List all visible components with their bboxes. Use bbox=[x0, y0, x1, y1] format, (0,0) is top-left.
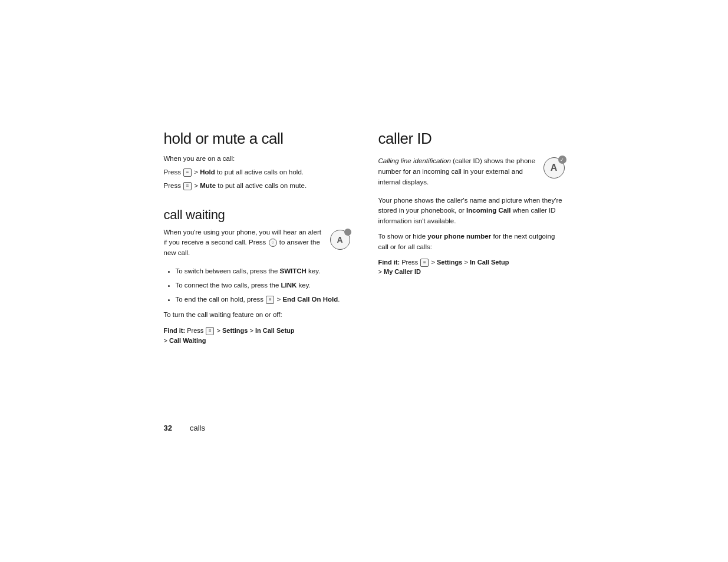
turn-off-text: To turn the call waiting feature on or o… bbox=[164, 310, 350, 320]
call-waiting-intro: When you're using your phone, you will h… bbox=[164, 227, 325, 259]
page-footer: 32 calls bbox=[164, 424, 565, 432]
caller-id-para3: To show or hide your phone number for th… bbox=[378, 232, 565, 253]
menu-icon-hold bbox=[183, 168, 192, 177]
bullet-end: To end the call on hold, press > End Cal… bbox=[176, 295, 350, 305]
caller-id-para2: Your phone shows the caller's name and p… bbox=[378, 196, 565, 227]
caller-icon-container: ✓ bbox=[543, 156, 565, 178]
call-waiting-section-header: call waiting bbox=[164, 194, 350, 227]
menu-icon-find2 bbox=[420, 259, 429, 267]
mute-instruction: Press > Mute to put all active calls on … bbox=[164, 181, 350, 191]
call-waiting-title: call waiting bbox=[164, 207, 225, 223]
left-column: hold or mute a call When you are on a ca… bbox=[164, 130, 350, 353]
hold-instruction: Press > Hold to put all active calls on … bbox=[164, 167, 350, 178]
call-waiting-icon bbox=[330, 230, 350, 250]
page: hold or mute a call When you are on a ca… bbox=[0, 0, 728, 562]
find-it-call-waiting: Find it: Press > Settings > In Call Setu… bbox=[164, 326, 350, 345]
find-it2-label: Find it: bbox=[378, 259, 400, 266]
bullet-switch: To switch between calls, press the SWITC… bbox=[176, 266, 350, 277]
caller-id-title: caller ID bbox=[378, 130, 565, 148]
call-waiting-bullets: To switch between calls, press the SWITC… bbox=[171, 266, 350, 305]
caller-id-italic: Calling line identification bbox=[378, 157, 451, 164]
hold-mute-title: hold or mute a call bbox=[164, 130, 350, 148]
right-column: caller ID Calling line identification (c… bbox=[378, 130, 565, 353]
bullet-link: To connect the two calls, press the LINK… bbox=[176, 280, 350, 291]
call-waiting-icon-badge bbox=[344, 229, 351, 236]
page-number: 32 bbox=[164, 424, 172, 432]
caller-id-intro: Calling line identification (caller ID) … bbox=[378, 156, 539, 187]
caller-id-header-row: caller ID bbox=[378, 130, 565, 154]
caller-id-intro-row: Calling line identification (caller ID) … bbox=[378, 156, 565, 190]
page-label: calls bbox=[190, 424, 205, 432]
call-waiting-icon-container bbox=[330, 229, 350, 250]
find-it-caller-id: Find it: Press > Settings > In Call Setu… bbox=[378, 257, 565, 277]
menu-icon-find bbox=[206, 327, 214, 335]
caller-id-text-area: caller ID bbox=[378, 130, 565, 154]
caller-icon-badge: ✓ bbox=[558, 156, 566, 164]
circle-icon-answer bbox=[269, 239, 277, 247]
call-waiting-intro-row: When you're using your phone, you will h… bbox=[164, 227, 350, 262]
hold-mute-intro: When you are on a call: bbox=[164, 154, 350, 164]
menu-icon-end bbox=[266, 296, 274, 304]
content-area: hold or mute a call When you are on a ca… bbox=[164, 130, 565, 353]
menu-icon-mute bbox=[183, 182, 192, 190]
caller-id-icon: ✓ bbox=[543, 157, 565, 178]
find-it-label: Find it: bbox=[164, 327, 186, 334]
